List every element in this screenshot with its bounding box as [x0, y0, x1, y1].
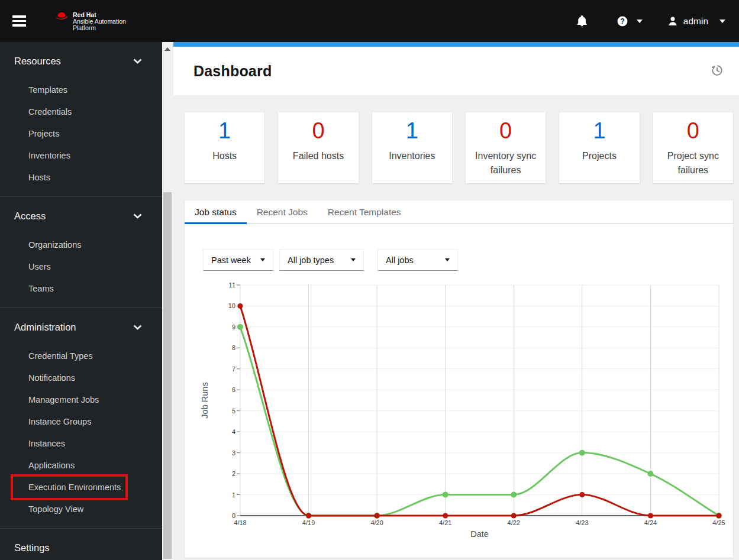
- sidebar-item-execution-environments[interactable]: Execution Environments: [0, 476, 162, 498]
- filter-past-week[interactable]: Past week: [203, 249, 273, 271]
- summary-card-inventory-sync-failures[interactable]: 0Inventory sync failures: [466, 112, 546, 183]
- section-label: Resources: [14, 56, 61, 67]
- summary-card-inventories[interactable]: 1Inventories: [372, 112, 452, 183]
- sidebar-item-inventories[interactable]: Inventories: [0, 144, 162, 166]
- history-button[interactable]: [711, 64, 724, 79]
- sidebar-section-administration[interactable]: Administration: [0, 316, 162, 338]
- sidebar-section-settings[interactable]: Settings: [0, 537, 162, 558]
- sidebar-item-credentials[interactable]: Credentials: [0, 101, 162, 122]
- tab-recent-templates[interactable]: Recent Templates: [318, 200, 411, 224]
- section-items: OrganizationsUsersTeams: [0, 234, 162, 299]
- summary-card-project-sync-failures[interactable]: 0Project sync failures: [653, 112, 733, 183]
- scrollbar-thumb[interactable]: [163, 192, 172, 559]
- sidebar-item-notifications[interactable]: Notifications: [0, 367, 162, 389]
- data-point-successful: [579, 450, 585, 456]
- sidebar-item-instances[interactable]: Instances: [0, 432, 162, 454]
- chevron-down-icon: [133, 325, 142, 330]
- nav-section-resources: ResourcesTemplatesCredentialsProjectsInv…: [0, 42, 162, 197]
- sidebar-item-projects[interactable]: Projects: [0, 122, 162, 144]
- caret-down-icon: [351, 258, 356, 261]
- sidebar-item-teams[interactable]: Teams: [0, 277, 162, 299]
- card-value: 1: [377, 118, 447, 144]
- card-label: Hosts: [189, 149, 260, 163]
- sidebar-item-topology-view[interactable]: Topology View: [0, 498, 162, 520]
- brand-logo[interactable]: Red Hat Ansible Automation Platform: [54, 11, 126, 31]
- sidebar-item-label: Users: [28, 262, 51, 271]
- sidebar-item-label: Hosts: [28, 173, 50, 182]
- dropdown-value: All jobs: [386, 255, 414, 265]
- x-tick-label: 4/25: [712, 519, 725, 526]
- sidebar-section-access[interactable]: Access: [0, 205, 162, 226]
- nav-section-settings: Settings: [0, 529, 162, 560]
- top-accent-bar: [173, 42, 739, 47]
- sidebar-item-applications[interactable]: Applications: [0, 454, 162, 476]
- card-value: 1: [189, 118, 260, 144]
- section-items: TemplatesCredentialsProjectsInventoriesH…: [0, 79, 162, 188]
- summary-card-hosts[interactable]: 1Hosts: [185, 112, 264, 183]
- filter-all-jobs[interactable]: All jobs: [377, 249, 458, 271]
- x-tick-label: 4/23: [576, 519, 588, 526]
- data-point-failed: [238, 303, 243, 309]
- sidebar-item-label: Execution Environments: [28, 483, 121, 492]
- sidebar-item-instance-groups[interactable]: Instance Groups: [0, 410, 162, 432]
- data-point-successful: [443, 492, 448, 498]
- help-menu-button[interactable]: ?: [617, 16, 643, 27]
- sidebar-item-hosts[interactable]: Hosts: [0, 166, 162, 188]
- masthead-actions: ? admin: [576, 15, 739, 27]
- brand-line3: Platform: [73, 25, 126, 31]
- filter-all-job-types[interactable]: All job types: [279, 249, 364, 271]
- brand-text: Red Hat Ansible Automation Platform: [73, 11, 126, 31]
- summary-card-projects[interactable]: 1Projects: [559, 112, 639, 183]
- job-status-chart: 012345678910114/184/194/204/214/224/234/…: [195, 276, 733, 552]
- masthead: Red Hat Ansible Automation Platform ? ad…: [0, 0, 739, 42]
- user-icon: [667, 16, 678, 27]
- sidebar-section-resources[interactable]: Resources: [0, 50, 162, 72]
- nav-section-access: AccessOrganizationsUsersTeams: [0, 197, 162, 308]
- sidebar-item-label: Instances: [28, 439, 65, 448]
- sidebar-item-management-jobs[interactable]: Management Jobs: [0, 389, 162, 410]
- data-point-successful: [237, 324, 243, 330]
- y-tick-label: 3: [232, 449, 235, 457]
- data-point-successful: [647, 471, 653, 477]
- hamburger-icon: [12, 15, 26, 18]
- caret-down-icon: [260, 258, 265, 261]
- sidebar-item-label: Teams: [28, 284, 54, 293]
- summary-card-failed-hosts[interactable]: 0Failed hosts: [278, 112, 358, 183]
- sidebar-nav: ResourcesTemplatesCredentialsProjectsInv…: [0, 42, 162, 560]
- data-point-failed: [443, 513, 448, 519]
- sidebar-item-organizations[interactable]: Organizations: [0, 234, 162, 255]
- sidebar-item-label: Projects: [28, 129, 59, 138]
- tab-job-status[interactable]: Job status: [185, 200, 247, 224]
- chevron-down-icon: [637, 20, 643, 23]
- user-menu-button[interactable]: admin: [667, 16, 725, 27]
- sidebar-item-users[interactable]: Users: [0, 255, 162, 277]
- y-axis-label: Job Runs: [200, 382, 209, 418]
- sidebar-item-label: Notifications: [28, 373, 75, 383]
- page-header: Dashboard: [173, 47, 739, 95]
- chevron-down-icon: [133, 59, 142, 64]
- series-successful: [237, 324, 722, 519]
- nav-toggle-button[interactable]: [12, 9, 40, 33]
- tabs: Job statusRecent JobsRecent Templates: [185, 200, 733, 224]
- section-label: Administration: [14, 322, 76, 333]
- series-successful-line: [240, 327, 719, 516]
- y-tick-label: 7: [232, 365, 235, 373]
- data-point-failed: [648, 513, 653, 519]
- sidebar-scrollbar[interactable]: [162, 42, 173, 560]
- scrollbar-up-arrow-icon[interactable]: [164, 47, 170, 51]
- sidebar-item-label: Inventories: [28, 151, 70, 160]
- sidebar-item-label: Topology View: [28, 504, 83, 514]
- tab-recent-jobs[interactable]: Recent Jobs: [247, 200, 318, 224]
- section-label: Settings: [14, 542, 50, 553]
- sidebar-item-label: Management Jobs: [28, 395, 99, 404]
- x-tick-label: 4/24: [644, 519, 657, 526]
- sidebar-item-templates[interactable]: Templates: [0, 79, 162, 101]
- sidebar-item-credential-types[interactable]: Credential Types: [0, 345, 162, 367]
- y-tick-label: 11: [229, 281, 235, 289]
- x-tick-label: 4/21: [439, 519, 451, 526]
- notifications-button[interactable]: [576, 15, 588, 27]
- dashboard-content: 1Hosts0Failed hosts1Inventories0Inventor…: [173, 95, 739, 558]
- summary-cards: 1Hosts0Failed hosts1Inventories0Inventor…: [185, 112, 733, 183]
- y-tick-label: 0: [232, 512, 235, 519]
- y-tick-label: 9: [232, 323, 235, 331]
